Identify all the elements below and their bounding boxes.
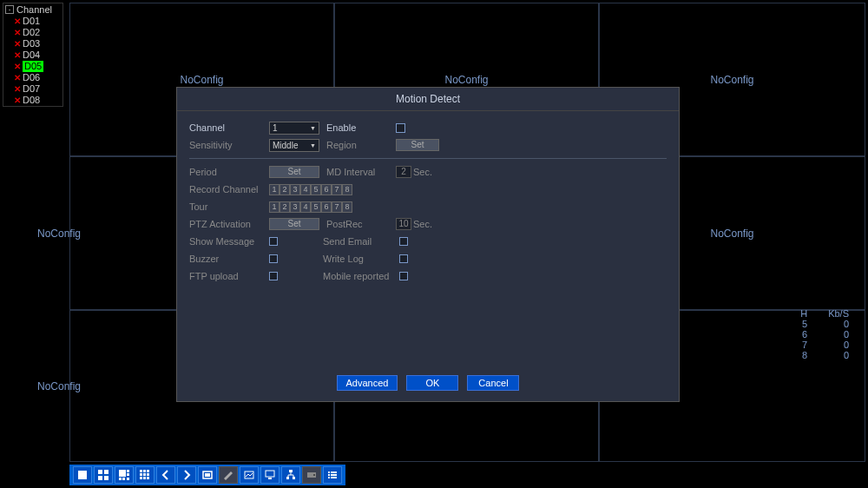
x-icon: ✕ [14,72,21,83]
channel-num-toggle[interactable]: 4 [300,201,311,213]
tour-nums[interactable]: 12345678 [269,201,352,213]
label-enable: Enable [326,122,396,133]
svg-rect-9 [122,478,125,480]
channel-num-toggle[interactable]: 7 [332,201,342,213]
svg-rect-5 [119,470,126,477]
x-icon: ✕ [14,95,21,106]
stat-ch: 8 [790,350,818,360]
noconfig-label: NoConfig [37,228,81,240]
channel-item[interactable]: ✕D03 [3,38,62,49]
svg-rect-6 [127,470,129,472]
dialog-title: Motion Detect [177,88,679,111]
ftp-upload-checkbox[interactable] [269,272,278,280]
ptz-icon[interactable] [219,466,238,484]
hdd-icon[interactable] [302,466,321,484]
noconfig-label: NoConfig [180,74,223,86]
postrec-input[interactable]: 10 [396,218,411,230]
tree-collapse-icon[interactable]: - [5,5,14,14]
stat-ch: 5 [790,319,818,329]
svg-rect-10 [127,478,129,480]
snapshot-icon[interactable] [240,466,259,484]
fullscreen-icon[interactable] [198,466,217,484]
period-set-button[interactable]: Set [269,166,319,178]
noconfig-label: NoConfig [37,380,81,392]
label-sec: Sec. [413,219,432,229]
noconfig-label: NoConfig [710,228,753,240]
channel-item[interactable]: ✕D08 [3,95,62,106]
view-1-icon[interactable] [73,466,92,484]
stat-kbps: 0 [818,350,859,360]
channel-num-toggle[interactable]: 2 [279,184,290,195]
x-icon: ✕ [14,38,21,49]
label-buzzer: Buzzer [189,254,269,264]
x-icon: ✕ [14,27,21,38]
write-log-checkbox[interactable] [399,254,408,263]
sensitivity-select[interactable]: Middle▼ [269,139,319,152]
x-icon: ✕ [14,16,21,27]
list-icon[interactable] [323,466,342,484]
channel-num-toggle[interactable]: 1 [269,201,279,213]
stat-kbps: 0 [818,319,859,329]
channel-num-toggle[interactable]: 3 [290,184,300,195]
svg-rect-12 [143,470,146,472]
prev-page-icon[interactable] [156,466,175,484]
chevron-down-icon: ▼ [310,142,316,148]
channel-item[interactable]: ✕D07 [3,83,62,95]
svg-rect-16 [147,473,149,476]
channel-num-toggle[interactable]: 8 [342,201,352,213]
view-9-icon[interactable] [135,466,155,484]
svg-rect-0 [78,471,87,479]
region-set-button[interactable]: Set [396,139,439,151]
channel-num-toggle[interactable]: 2 [279,201,290,213]
channel-num-toggle[interactable]: 1 [269,184,279,195]
label-write-log: Write Log [323,254,399,264]
channel-select[interactable]: 1▼ [269,122,319,135]
svg-rect-31 [331,472,337,473]
enable-checkbox[interactable] [396,123,405,133]
channel-item[interactable]: ✕D05 [3,61,62,72]
stat-kbps: 0 [818,340,859,350]
advanced-button[interactable]: Advanced [337,375,398,391]
channel-item[interactable]: ✕D02 [3,27,62,38]
ptz-set-button[interactable]: Set [269,218,319,230]
ok-button[interactable]: OK [406,375,458,391]
mobile-reported-checkbox[interactable] [399,272,408,280]
next-page-icon[interactable] [177,466,196,484]
monitor-icon[interactable] [260,466,279,484]
sidebar-title: Channel [16,4,52,15]
sidebar-header[interactable]: - Channel [3,3,62,16]
send-email-checkbox[interactable] [399,237,408,246]
label-tour: Tour [189,201,269,212]
channel-item[interactable]: ✕D01 [3,16,62,27]
svg-rect-27 [293,477,295,479]
svg-rect-25 [289,470,293,472]
view-8-icon[interactable] [115,466,134,484]
channel-num-toggle[interactable]: 7 [332,184,342,195]
svg-rect-33 [331,474,337,476]
channel-label: D05 [23,61,43,72]
cancel-button[interactable]: Cancel [467,375,519,391]
channel-item[interactable]: ✕D06 [3,72,62,83]
channel-label: D07 [23,83,40,95]
network-icon[interactable] [281,466,300,484]
channel-item[interactable]: ✕D04 [3,49,62,61]
channel-num-toggle[interactable]: 5 [311,184,321,195]
view-4-icon[interactable] [94,466,113,484]
channel-num-toggle[interactable]: 4 [300,184,311,195]
record-channel-nums[interactable]: 12345678 [269,184,352,195]
x-icon: ✕ [14,83,21,95]
svg-rect-7 [127,473,129,476]
show-message-checkbox[interactable] [269,237,278,246]
label-postrec: PostRec [326,219,396,229]
channel-num-toggle[interactable]: 6 [321,201,332,213]
buzzer-checkbox[interactable] [269,254,278,263]
label-sensitivity: Sensitivity [189,140,269,150]
channel-num-toggle[interactable]: 8 [342,184,352,195]
svg-rect-17 [140,477,142,479]
channel-num-toggle[interactable]: 5 [311,201,321,213]
stats-overlay: HKb/S 50607080 [790,308,859,360]
channel-num-toggle[interactable]: 6 [321,184,332,195]
channel-num-toggle[interactable]: 3 [290,201,300,213]
md-interval-input[interactable]: 2 [396,166,411,178]
label-record-channel: Record Channel [189,184,269,195]
